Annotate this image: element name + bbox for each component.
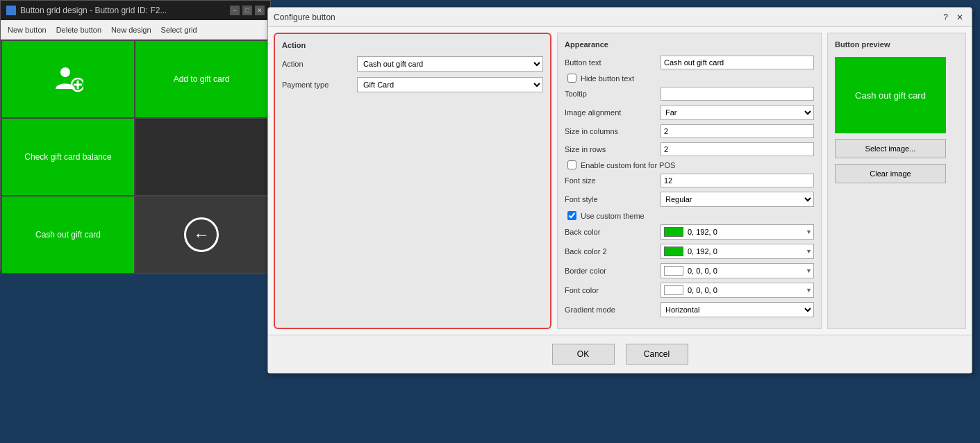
dialog-close-icon[interactable]: ✕ — [954, 12, 966, 22]
image-alignment-label: Image alignment — [565, 108, 655, 117]
size-rows-row: Size in rows — [565, 142, 814, 156]
dialog-footer: OK Cancel — [268, 335, 972, 373]
button-text-label: Button text — [565, 58, 655, 67]
grid-cell-label: Check gift card balance — [24, 152, 111, 162]
font-color-arrow-icon: ▼ — [806, 287, 812, 294]
border-color-row: Border color 0, 0, 0, 0 ▼ — [565, 263, 814, 278]
image-alignment-row: Image alignment Far Near Center — [565, 105, 814, 120]
back-color2-swatch — [664, 246, 683, 256]
dialog-panels: Action Action Cash out gift card Payment… — [268, 27, 972, 335]
back-color2-row: Back color 2 0, 192, 0 ▼ — [565, 244, 814, 259]
dialog-content: Action Action Cash out gift card Payment… — [268, 27, 972, 373]
font-style-row: Font style Regular Bold Italic Bold Ital… — [565, 192, 814, 207]
preview-panel: Button preview Cash out gift card Select… — [827, 33, 966, 329]
back-color2-field[interactable]: 0, 192, 0 ▼ — [661, 244, 814, 259]
back-color2-text: 0, 192, 0 — [688, 247, 811, 256]
custom-font-label: Enable custom font for POS — [581, 161, 675, 169]
size-columns-input[interactable] — [661, 124, 814, 138]
border-color-field[interactable]: 0, 0, 0, 0 ▼ — [661, 263, 814, 278]
grid-cell-5[interactable]: ← — [135, 197, 267, 273]
configure-panel: Action Action Cash out gift card Payment… — [274, 33, 551, 329]
gradient-mode-row: Gradient mode Horizontal Vertical None — [565, 302, 814, 317]
maximize-button[interactable]: □ — [242, 6, 252, 15]
font-color-text: 0, 0, 0, 0 — [688, 286, 811, 294]
image-alignment-select[interactable]: Far Near Center — [661, 105, 814, 120]
font-color-label: Font color — [565, 286, 655, 294]
back-color2-label: Back color 2 — [565, 247, 655, 256]
close-button[interactable]: ✕ — [255, 6, 265, 15]
bg-window-title: Button grid design - Button grid ID: F2.… — [20, 6, 167, 15]
payment-type-field-row: Payment type Gift Card — [282, 77, 543, 92]
back-color-text: 0, 192, 0 — [688, 228, 811, 236]
configure-panel-title: Action — [282, 41, 543, 49]
app-icon — [6, 6, 16, 15]
custom-font-checkbox[interactable] — [567, 160, 576, 169]
border-color-swatch — [664, 266, 683, 276]
font-size-label: Font size — [565, 176, 655, 185]
custom-theme-checkbox[interactable] — [567, 211, 576, 220]
back-color-label: Back color — [565, 228, 655, 236]
grid-cell-2[interactable]: Check gift card balance — [2, 119, 134, 195]
cancel-button[interactable]: Cancel — [626, 344, 688, 365]
appearance-title: Appearance — [565, 40, 814, 49]
select-grid-btn[interactable]: Select grid — [157, 24, 201, 35]
minimize-button[interactable]: − — [230, 6, 240, 15]
help-icon[interactable]: ? — [940, 12, 951, 22]
hide-button-text-row: Hide button text — [565, 74, 814, 83]
button-grid: Add to gift card Check gift card balance… — [1, 40, 270, 274]
bg-window-titlebar: Button grid design - Button grid ID: F2.… — [1, 1, 270, 20]
font-style-select[interactable]: Regular Bold Italic Bold Italic — [661, 192, 814, 207]
back-color-field[interactable]: 0, 192, 0 ▼ — [661, 224, 814, 240]
size-columns-row: Size in columns — [565, 124, 814, 138]
custom-font-row: Enable custom font for POS — [565, 160, 814, 169]
gradient-mode-label: Gradient mode — [565, 306, 655, 314]
size-columns-label: Size in columns — [565, 127, 655, 135]
border-color-label: Border color — [565, 267, 655, 275]
font-color-row: Font color 0, 0, 0, 0 ▼ — [565, 283, 814, 298]
hide-button-text-label: Hide button text — [581, 74, 634, 83]
custom-theme-row: Use custom theme — [565, 211, 814, 220]
select-image-button[interactable]: Select image... — [835, 139, 946, 158]
payment-type-select[interactable]: Gift Card — [357, 77, 543, 92]
new-button-btn[interactable]: New button — [3, 24, 51, 35]
font-style-label: Font style — [565, 195, 655, 203]
new-design-btn[interactable]: New design — [107, 24, 155, 35]
border-color-text: 0, 0, 0, 0 — [688, 267, 811, 275]
tooltip-row: Tooltip — [565, 87, 814, 101]
back-color-row: Back color 0, 192, 0 ▼ — [565, 224, 814, 240]
preview-button[interactable]: Cash out gift card — [835, 57, 946, 133]
tooltip-input[interactable] — [661, 87, 814, 101]
action-label: Action — [282, 60, 351, 68]
back-color2-arrow-icon: ▼ — [806, 248, 812, 255]
dialog-titlebar: Configure button ? ✕ — [268, 8, 972, 27]
font-color-field[interactable]: 0, 0, 0, 0 ▼ — [661, 283, 814, 298]
appearance-panel: Appearance Button text Hide button text … — [557, 33, 822, 329]
gradient-mode-select[interactable]: Horizontal Vertical None — [661, 302, 814, 317]
font-color-swatch — [664, 285, 683, 295]
grid-cell-3[interactable] — [135, 119, 267, 195]
font-size-row: Font size — [565, 174, 814, 187]
tooltip-label: Tooltip — [565, 90, 655, 98]
action-field-row: Action Cash out gift card — [282, 56, 543, 72]
preview-title: Button preview — [835, 40, 958, 49]
delete-button-btn[interactable]: Delete button — [52, 24, 106, 35]
font-size-input[interactable] — [661, 174, 814, 187]
hide-button-text-checkbox[interactable] — [567, 74, 576, 83]
ok-button[interactable]: OK — [552, 344, 615, 365]
back-arrow-icon: ← — [184, 217, 219, 252]
svg-point-0 — [60, 67, 70, 77]
grid-cell-label: Add to gift card — [174, 74, 230, 84]
clear-image-button[interactable]: Clear image — [835, 164, 946, 183]
grid-cell-4[interactable]: Cash out gift card — [2, 197, 134, 273]
button-text-input[interactable] — [661, 56, 814, 69]
back-color-arrow-icon: ▼ — [806, 228, 812, 235]
bg-window: Button grid design - Button grid ID: F2.… — [0, 0, 271, 271]
border-color-arrow-icon: ▼ — [806, 267, 812, 274]
size-rows-label: Size in rows — [565, 145, 655, 153]
dialog-title: Configure button — [274, 12, 335, 22]
action-select[interactable]: Cash out gift card — [357, 56, 543, 72]
person-plus-icon — [53, 64, 83, 94]
grid-cell-0[interactable] — [2, 41, 134, 117]
grid-cell-1[interactable]: Add to gift card — [135, 41, 267, 117]
size-rows-input[interactable] — [661, 142, 814, 156]
